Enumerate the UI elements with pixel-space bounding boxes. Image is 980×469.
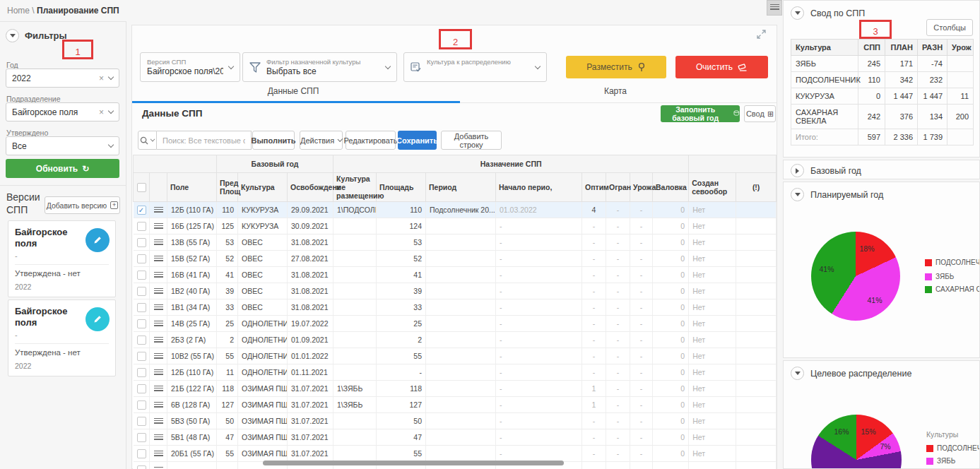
row-menu-icon[interactable]	[154, 223, 163, 230]
row-menu-icon[interactable]	[154, 304, 163, 311]
table-row[interactable]: 16Б (125 ГА)125КУКУРУЗА30.09.2021124----…	[134, 218, 777, 234]
column-header[interactable]: Валовка	[653, 173, 689, 202]
table-row[interactable]: 1В2 (40 ГА)39ОВЕС31.08.202139----0Нет	[134, 283, 777, 299]
row-checkbox[interactable]	[137, 352, 146, 361]
edit-version-button[interactable]	[85, 307, 110, 331]
row-checkbox[interactable]	[137, 384, 146, 393]
table-row[interactable]: 2Б3 (2 ГА)2ОДНОЛЕТНИЕ ...01.09.20212----…	[134, 332, 777, 348]
row-menu-icon[interactable]	[154, 451, 163, 458]
actions-button[interactable]: Действия	[300, 131, 343, 150]
approved-select[interactable]: Все	[6, 136, 119, 155]
collapse-filters-button[interactable]	[6, 29, 19, 42]
column-header[interactable]: Период	[426, 173, 496, 202]
column-header[interactable]: Культура к размещению	[333, 173, 377, 202]
chevron-down-icon[interactable]	[108, 108, 114, 114]
row-menu-icon[interactable]	[154, 337, 163, 344]
table-row[interactable]: 13В (55 ГА)53ОВЕС31.08.202153----0Нет	[134, 234, 777, 251]
table-row[interactable]: 10В2 (55 ГА)55ОДНОЛЕТНИЕ ...01.01.202255…	[134, 348, 777, 364]
row-checkbox[interactable]	[137, 287, 146, 296]
collapse-summary-button[interactable]	[791, 6, 804, 20]
table-row[interactable]: 20Б1 (55 ГА)55ОЗИМАЯ ПШЕ...31.07.202155-…	[134, 446, 777, 462]
row-menu-icon[interactable]	[154, 256, 163, 263]
clear-icon[interactable]: ×	[99, 75, 104, 82]
row-menu-icon[interactable]	[154, 434, 163, 441]
search-input[interactable]	[157, 131, 252, 150]
row-checkbox[interactable]	[137, 449, 146, 458]
column-header[interactable]: Огран	[606, 173, 630, 202]
collapse-target-button[interactable]	[791, 367, 804, 380]
row-menu-icon[interactable]	[154, 402, 163, 409]
column-header[interactable]: Создан севообор	[689, 173, 736, 202]
row-menu-icon[interactable]	[154, 288, 163, 295]
fill-base-year-button[interactable]: Заполнить базовый год	[661, 105, 740, 122]
table-row[interactable]: ✓12Б (110 ГА)110КУКУРУЗА29.09.20211\ПОДС…	[134, 202, 777, 218]
row-menu-icon[interactable]	[154, 321, 163, 328]
search-options-button[interactable]	[138, 131, 157, 150]
column-header[interactable]: Освобождение	[288, 173, 333, 202]
expand-base-year-button[interactable]	[791, 164, 804, 177]
clear-icon[interactable]: ×	[99, 109, 104, 116]
row-checkbox[interactable]	[137, 433, 146, 442]
table-row[interactable]: 5В1 (48 ГА)47ОЗИМАЯ ПШЕ...31.07.202147--…	[134, 429, 777, 446]
version-card[interactable]: Байгорское поля - Утверждена - нет 2022	[8, 220, 116, 297]
table-row[interactable]: 16В (41 ГА)41ОВЕС31.08.202141----0Нет	[134, 267, 777, 283]
row-checkbox[interactable]	[137, 465, 146, 469]
row-checkbox[interactable]	[137, 222, 146, 231]
add-row-button[interactable]: Добавить строку	[441, 131, 502, 150]
expand-icon[interactable]	[757, 30, 766, 41]
table-row[interactable]: 1В1 (34 ГА)33ОВЕС31.08.202133----0Нет	[134, 299, 777, 316]
collapse-planned-year-button[interactable]	[791, 188, 804, 201]
column-header[interactable]: (!)	[736, 173, 777, 202]
grid-scroll-area[interactable]: Базовый год Назначение СПП Поле Пред Пло…	[133, 155, 777, 469]
column-header[interactable]: Оптим	[582, 173, 606, 202]
row-checkbox[interactable]	[137, 254, 146, 263]
row-checkbox[interactable]	[137, 336, 146, 345]
row-checkbox[interactable]	[137, 271, 146, 280]
table-row[interactable]: 6В (128 ГА)127ОЗИМАЯ ПШЕ...31.07.20211\З…	[134, 397, 777, 413]
row-checkbox[interactable]	[137, 238, 146, 247]
edit-version-button[interactable]	[85, 228, 110, 252]
run-button[interactable]: Выполнить	[252, 131, 295, 150]
breadcrumb-home[interactable]: Home	[7, 6, 30, 16]
version-card[interactable]: Байгорское поля - Утверждена - нет 2022	[8, 299, 116, 376]
culture-assign-select[interactable]: Культура к распределению	[403, 52, 547, 82]
svod-button[interactable]: Свод ⊞	[744, 105, 776, 122]
select-all-checkbox[interactable]	[134, 173, 150, 202]
row-menu-icon[interactable]	[154, 418, 163, 425]
place-button[interactable]: Разместить	[566, 56, 666, 78]
row-menu-icon[interactable]	[154, 207, 163, 214]
row-menu-icon[interactable]	[154, 239, 163, 247]
column-header[interactable]: Поле	[167, 173, 217, 202]
row-menu-icon[interactable]	[154, 369, 163, 376]
year-select[interactable]: 2022 ×	[6, 69, 119, 88]
version-select[interactable]: Версия СПП Байгорское поля\2022\1	[140, 52, 240, 82]
row-checkbox[interactable]	[137, 368, 146, 377]
table-row[interactable]: 15В (52 ГА)52ОВЕС27.08.202152----0Нет	[134, 251, 777, 267]
column-header[interactable]: Площадь	[377, 173, 426, 202]
chevron-down-icon[interactable]	[108, 74, 114, 80]
row-menu-icon[interactable]	[154, 386, 163, 393]
row-menu-icon[interactable]	[154, 272, 163, 279]
row-checkbox[interactable]	[137, 417, 146, 426]
row-checkbox[interactable]	[137, 400, 146, 410]
division-select[interactable]: Байгорское поля ×	[6, 102, 119, 121]
columns-button[interactable]: Столбцы	[926, 19, 973, 36]
column-header[interactable]: Пред Площ	[217, 173, 238, 202]
row-checkbox[interactable]: ✓	[137, 206, 146, 215]
add-version-button[interactable]: Добавить версию +	[45, 196, 120, 214]
column-header[interactable]: Урожа	[630, 173, 653, 202]
table-row[interactable]: 12Б (110 ГА)11ОДНОЛЕТНИЕ ...01.11.2021--…	[134, 364, 777, 381]
culture-filter-select[interactable]: Фильтр назначенной культуры Выбрать все	[242, 52, 397, 82]
sidebar-toggle-button[interactable]	[767, 0, 782, 16]
column-header[interactable]: Начало перио,	[496, 173, 582, 202]
horizontal-scrollbar[interactable]	[263, 461, 564, 465]
tab-map[interactable]: Карта	[454, 86, 777, 103]
table-row[interactable]: 21Б (122 ГА)118ОЗИМАЯ ПШЕ...31.07.20211\…	[134, 381, 777, 397]
table-row[interactable]: 5В3 (50 ГА)50ОЗИМАЯ ПШЕ...31.07.202150--…	[134, 413, 777, 429]
edit-button[interactable]: Редактировать	[346, 131, 396, 150]
row-checkbox[interactable]	[137, 319, 146, 328]
refresh-button[interactable]: Обновить ↻	[6, 159, 119, 178]
clear-button[interactable]: Очистить	[675, 56, 768, 78]
save-button[interactable]: Сохранить	[398, 131, 437, 150]
chevron-down-icon[interactable]	[108, 142, 114, 148]
